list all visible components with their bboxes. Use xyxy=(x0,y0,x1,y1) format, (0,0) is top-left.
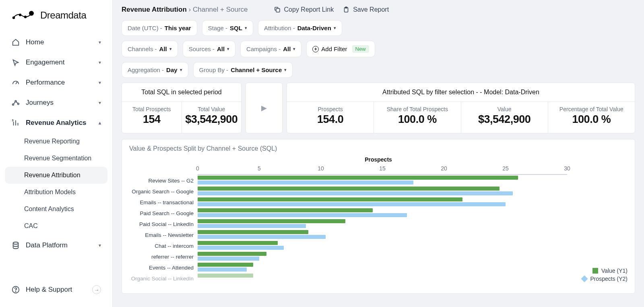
bar-label: Emails -- transactional xyxy=(129,199,198,205)
help-icon xyxy=(11,285,20,294)
chevron-down-icon: ▾ xyxy=(169,46,172,52)
bar-label: Paid Social -- LinkedIn xyxy=(129,221,198,227)
nav-performance[interactable]: Performance ▾ xyxy=(5,73,107,93)
main: Revenue Attribution › Channel + Source C… xyxy=(113,0,644,307)
bar-value[interactable] xyxy=(198,208,373,212)
chevron-down-icon: ▾ xyxy=(99,39,101,45)
nav-data-platform[interactable]: Data Platform ▾ xyxy=(5,235,107,255)
bar-label: referrer -- referrer xyxy=(129,253,198,259)
filter-date[interactable]: Date (UTC) - This year xyxy=(122,20,197,36)
bar-prospects[interactable] xyxy=(198,213,407,217)
bar-prospects[interactable] xyxy=(198,191,513,195)
axis-ticks: 051015202530 xyxy=(198,165,567,174)
subnav-cac[interactable]: CAC xyxy=(5,218,107,234)
svg-point-8 xyxy=(13,242,19,245)
svg-point-0 xyxy=(12,17,15,19)
stat-total-value: Total Value $3,542,900 xyxy=(182,102,242,133)
bar-value[interactable] xyxy=(198,176,518,180)
card-header: Attributed SQL by filter selection - - M… xyxy=(287,83,635,102)
stat-value: Value $3,542,900 xyxy=(461,102,548,133)
svg-point-10 xyxy=(15,291,16,292)
bar-value[interactable] xyxy=(198,230,308,234)
svg-rect-11 xyxy=(276,8,280,12)
filter-channels[interactable]: Channels - All▾ xyxy=(122,41,178,57)
subnav-attribution-models[interactable]: Attribution Models xyxy=(5,184,107,201)
axis-tick: 15 xyxy=(379,165,386,172)
play-card[interactable]: ▶ xyxy=(246,83,283,133)
chevron-down-icon: ▾ xyxy=(284,67,287,73)
add-filter[interactable]: + Add Filter New xyxy=(306,41,375,57)
bar-value[interactable] xyxy=(198,274,253,278)
chart-legend: Value (Y1) Prospects (Y2) xyxy=(582,266,627,284)
bar-prospects[interactable] xyxy=(198,235,326,239)
chevron-down-icon: ▾ xyxy=(99,60,101,65)
filter-campaigns[interactable]: Campaigns - All▾ xyxy=(240,41,301,57)
stat-prospects: Prospects 154.0 xyxy=(287,102,374,133)
chart-title: Value & Prospects Split by Channel + Sou… xyxy=(129,145,627,152)
bar-value[interactable] xyxy=(198,197,462,201)
bar-row: referrer -- referrer xyxy=(198,251,567,262)
bar-row: Organic Search -- Google xyxy=(198,186,567,197)
axis-tick: 5 xyxy=(258,165,261,172)
bar-prospects[interactable] xyxy=(198,180,413,185)
svg-point-1 xyxy=(19,14,21,16)
subnav-revenue-reporting[interactable]: Revenue Reporting xyxy=(5,133,107,150)
breadcrumb: Revenue Attribution › Channel + Source xyxy=(122,6,248,14)
bar-row: Paid Social -- LinkedIn xyxy=(198,218,567,229)
card-header: Total SQL in selected period xyxy=(122,83,241,102)
bar-prospects[interactable] xyxy=(198,257,259,261)
bar-prospects[interactable] xyxy=(198,202,506,206)
subnav-content-analytics[interactable]: Content Analytics xyxy=(5,201,107,218)
filter-attribution[interactable]: Attribution - Data-Driven▾ xyxy=(258,20,342,36)
chevron-down-icon: ▾ xyxy=(293,46,295,52)
nav-help[interactable]: Help & Support → xyxy=(5,280,107,300)
axis-tick: 10 xyxy=(318,165,324,172)
chevron-down-icon: ▾ xyxy=(99,100,101,106)
nav-revenue-analytics[interactable]: $ Revenue Analytics ▴ xyxy=(5,113,107,133)
svg-text:$: $ xyxy=(12,118,14,122)
axis-tick: 20 xyxy=(441,165,447,172)
bar-row: Emails -- transactional xyxy=(198,197,567,207)
chevron-down-icon: ▾ xyxy=(334,25,336,31)
bar-value[interactable] xyxy=(198,241,278,245)
bar-prospects[interactable] xyxy=(198,268,247,272)
bar-value[interactable] xyxy=(198,219,345,223)
attributed-sql-card: Attributed SQL by filter selection - - M… xyxy=(287,83,635,133)
journey-icon xyxy=(11,98,20,107)
bar-value[interactable] xyxy=(198,252,266,256)
nav-home[interactable]: Home ▾ xyxy=(5,32,107,52)
bar-row: Organic Social -- LinkedIn xyxy=(198,273,567,284)
axis-tick: 0 xyxy=(196,165,199,172)
chevron-down-icon: ▾ xyxy=(99,243,101,248)
filter-sources[interactable]: Sources - All▾ xyxy=(183,41,235,57)
bar-value[interactable] xyxy=(198,187,500,191)
bar-label: Review Sites -- G2 xyxy=(129,177,198,183)
filter-aggregation[interactable]: Aggregation - Day▾ xyxy=(122,62,188,78)
subnav-revenue-segmentation[interactable]: Revenue Segmentation xyxy=(5,150,107,167)
brand-logo-icon xyxy=(12,11,35,20)
filter-stage[interactable]: Stage - SQL▾ xyxy=(202,20,253,36)
bar-row: Paid Search -- Google xyxy=(198,207,567,218)
filter-groupby[interactable]: Group By - Channel + Source▾ xyxy=(193,62,293,78)
axis-title: Prospects xyxy=(129,156,627,163)
cursor-icon xyxy=(11,58,20,67)
bar-prospects[interactable] xyxy=(198,224,306,228)
stat-pct: Percentage of Total Value 100.0 % xyxy=(548,102,635,133)
legend-value: Value (Y1) xyxy=(582,268,627,274)
copy-report-link[interactable]: Copy Report Link xyxy=(274,6,334,13)
brand: Dreamdata xyxy=(3,7,109,32)
square-icon xyxy=(592,268,598,274)
bar-row: Review Sites -- G2 xyxy=(198,175,567,186)
nav-engagement[interactable]: Engagement ▾ xyxy=(5,52,107,73)
bar-row: Events -- Attended xyxy=(198,262,567,273)
save-report[interactable]: Save Report xyxy=(343,6,389,13)
bar-prospects[interactable] xyxy=(198,246,284,250)
subnav-revenue-attribution[interactable]: Revenue Attribution xyxy=(5,167,107,184)
clipboard-icon xyxy=(343,6,350,13)
bar-chart-dollar-icon: $ xyxy=(11,118,20,127)
bar-value[interactable] xyxy=(198,263,253,267)
total-sql-card: Total SQL in selected period Total Prosp… xyxy=(122,83,242,133)
arrow-circle-icon: → xyxy=(92,285,101,294)
svg-point-2 xyxy=(24,16,27,18)
nav-journeys[interactable]: Journeys ▾ xyxy=(5,93,107,113)
